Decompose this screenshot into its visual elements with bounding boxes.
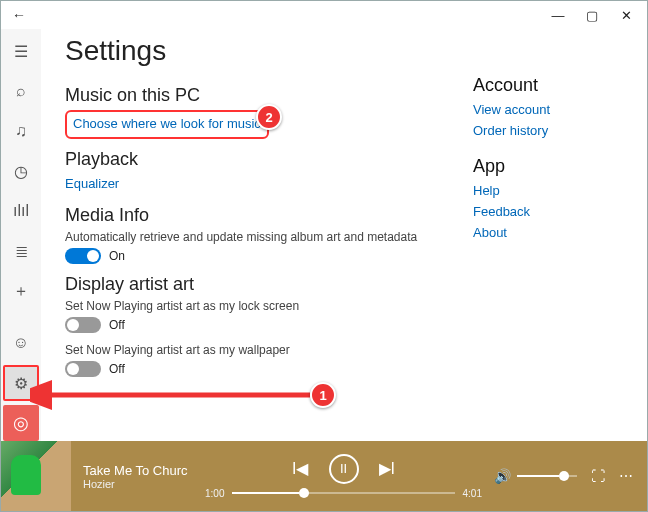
music-heading: Music on this PC <box>65 85 433 106</box>
account-icon[interactable]: ☺ <box>3 325 39 361</box>
lockscreen-desc: Set Now Playing artist art as my lock sc… <box>65 299 433 313</box>
progress-slider[interactable] <box>232 492 454 494</box>
maximize-button[interactable]: ▢ <box>575 1 609 29</box>
feedback-link[interactable]: Feedback <box>473 204 623 219</box>
close-button[interactable]: ✕ <box>609 1 643 29</box>
mediainfo-toggle[interactable]: On <box>65 248 433 264</box>
nowplaying-icon[interactable]: ılıl <box>3 193 39 229</box>
account-heading: Account <box>473 75 623 96</box>
spotify-icon[interactable]: ◎ <box>3 405 39 441</box>
playlists-icon[interactable]: ≣ <box>3 233 39 269</box>
wallpaper-desc: Set Now Playing artist art as my wallpap… <box>65 343 433 357</box>
elapsed-time: 1:00 <box>205 488 224 499</box>
add-icon[interactable]: ＋ <box>3 273 39 309</box>
mediainfo-desc: Automatically retrieve and update missin… <box>65 230 433 244</box>
page-title: Settings <box>65 35 433 67</box>
callout-1: 1 <box>310 382 336 408</box>
settings-icon[interactable]: ⚙ <box>3 365 39 401</box>
recent-icon[interactable]: ◷ <box>3 153 39 189</box>
track-artist: Hozier <box>83 478 193 490</box>
app-heading: App <box>473 156 623 177</box>
music-icon[interactable]: ♫ <box>3 113 39 149</box>
help-link[interactable]: Help <box>473 183 623 198</box>
volume-icon[interactable]: 🔊 <box>494 468 511 484</box>
equalizer-link[interactable]: Equalizer <box>65 176 119 191</box>
search-icon[interactable]: ⌕ <box>3 73 39 109</box>
player-bar: Take Me To Churc Hozier I◀ II ▶I 1:00 4:… <box>1 441 647 511</box>
choose-music-location-link[interactable]: Choose where we look for music <box>73 116 261 131</box>
next-button[interactable]: ▶I <box>379 459 395 478</box>
album-art[interactable] <box>1 441 71 511</box>
total-time: 4:01 <box>463 488 482 499</box>
wallpaper-toggle-label: Off <box>109 362 125 376</box>
wallpaper-toggle[interactable]: Off <box>65 361 433 377</box>
callout-2: 2 <box>256 104 282 130</box>
more-icon[interactable]: ⋯ <box>619 468 633 484</box>
volume-slider[interactable] <box>517 475 577 477</box>
track-title: Take Me To Churc <box>83 463 193 478</box>
mediainfo-toggle-label: On <box>109 249 125 263</box>
miniplayer-icon[interactable]: ⛶ <box>591 468 605 484</box>
prev-button[interactable]: I◀ <box>292 459 308 478</box>
playback-heading: Playback <box>65 149 433 170</box>
minimize-button[interactable]: — <box>541 1 575 29</box>
hamburger-icon[interactable]: ☰ <box>3 33 39 69</box>
lockscreen-toggle[interactable]: Off <box>65 317 433 333</box>
lockscreen-toggle-label: Off <box>109 318 125 332</box>
mediainfo-heading: Media Info <box>65 205 433 226</box>
about-link[interactable]: About <box>473 225 623 240</box>
sidebar: ☰ ⌕ ♫ ◷ ılıl ≣ ＋ ☺ ⚙ ◎ <box>1 29 41 441</box>
artistart-heading: Display artist art <box>65 274 433 295</box>
view-account-link[interactable]: View account <box>473 102 623 117</box>
back-button[interactable]: ← <box>5 1 33 29</box>
pause-button[interactable]: II <box>329 454 359 484</box>
order-history-link[interactable]: Order history <box>473 123 623 138</box>
